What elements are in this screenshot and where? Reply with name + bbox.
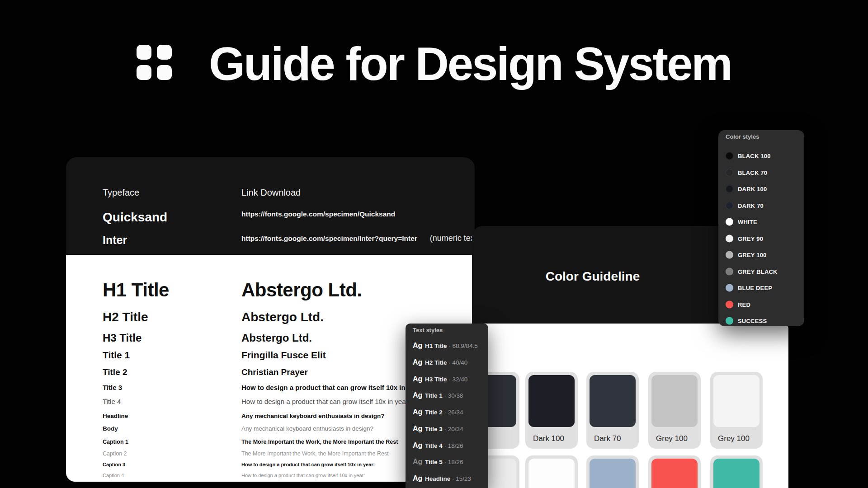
color-style-name: GREY 90: [738, 235, 763, 242]
type-style-label: H3 Title: [103, 332, 142, 344]
text-style-preview-glyph: Ag: [413, 342, 422, 350]
color-style-name: GREY 100: [738, 252, 767, 258]
type-style-label: Title 2: [103, 367, 127, 377]
type-style-label: Caption 1: [103, 439, 128, 445]
color-swatch-chip: [590, 375, 636, 427]
color-swatch-chip: [528, 459, 575, 488]
text-style-name-and-size: Title 5 · 18/26: [425, 459, 463, 465]
logo-square: [157, 45, 172, 60]
text-style-name-and-size: H2 Title · 40/40: [425, 359, 467, 366]
color-styles-panel-title: Color styles: [726, 133, 759, 140]
color-style-dot-icon: [726, 300, 733, 308]
color-styles-panel: Color styles BLACK 100 BLACK 70 DARK 100…: [718, 130, 804, 326]
type-style-sample: The More Important the Work, the More Im…: [241, 439, 398, 445]
type-style-sample: How to design a product that can grow it…: [241, 384, 424, 391]
text-styles-panel-title: Text styles: [413, 327, 443, 333]
type-style-sample: How to design a product that can grow it…: [241, 462, 375, 467]
text-style-name-and-size: H3 Title · 32/40: [425, 375, 467, 382]
color-style-dot-icon: [726, 251, 733, 259]
color-style-dot-icon: [726, 235, 733, 242]
color-swatch-chip: [713, 375, 760, 427]
color-guideline-swatch-card: Dark 100 Dark 70 Grey 100 Grey 100: [477, 324, 788, 488]
color-swatch-card: Grey 100: [710, 372, 763, 449]
type-style-label: Headline: [103, 413, 128, 419]
text-style-name-and-size: Title 2 · 26/34: [425, 409, 463, 416]
color-swatch-chip: [528, 375, 575, 427]
type-style-label: H2 Title: [103, 310, 148, 324]
color-style-name: BLACK 100: [738, 153, 771, 160]
text-style-preview-glyph: Ag: [413, 458, 422, 466]
color-swatch-card: Dark 100: [525, 372, 578, 449]
font-download-link[interactable]: https://fonts.google.com/specimen/Quicks…: [241, 210, 395, 218]
type-style-label: Body: [103, 425, 118, 432]
type-style-sample: Any mechanical keyboard enthusiasts in d…: [241, 425, 373, 432]
color-swatch-chip: [590, 459, 636, 488]
type-style-sample: How to design a product that can grow it…: [241, 473, 365, 478]
font-download-link[interactable]: https://fonts.google.com/specimen/Inter?…: [241, 235, 417, 243]
color-style-name: DARK 70: [738, 202, 764, 209]
text-styles-panel: Text styles Ag H1 Title · 68.9/84.5 Ag H…: [406, 324, 488, 488]
text-style-name-and-size: H1 Title · 68.9/84.5: [425, 343, 478, 349]
text-style-name-and-size: Title 3 · 20/34: [425, 425, 463, 432]
type-style-label: Caption 3: [103, 462, 125, 467]
text-style-name-and-size: Title 1 · 30/38: [425, 392, 463, 399]
color-swatch-card: [586, 455, 639, 488]
logo-square: [137, 65, 151, 80]
color-guideline-title: Color Guideline: [472, 269, 713, 284]
text-style-preview-glyph: Ag: [413, 441, 422, 450]
type-style-label: Title 3: [103, 384, 122, 391]
logo-square: [157, 65, 172, 80]
color-style-name: DARK 100: [738, 186, 767, 192]
type-style-label: Title 1: [103, 350, 130, 361]
text-style-preview-glyph: Ag: [413, 474, 422, 483]
type-style-label: Caption 2: [103, 450, 127, 457]
typeface-card: Typeface Link Download Quicksand https:/…: [66, 157, 475, 255]
type-style-sample: Christian Prayer: [241, 367, 308, 377]
color-style-name: RED: [738, 301, 750, 308]
color-swatch-chip: [651, 375, 698, 427]
color-swatch-card: [710, 455, 763, 488]
font-name: Quicksand: [103, 210, 167, 225]
color-swatch-label: Grey 100: [718, 434, 750, 443]
color-style-name: WHITE: [738, 219, 757, 225]
type-style-label: Title 4: [103, 398, 121, 405]
link-download-column-header: Link Download: [241, 188, 301, 198]
color-style-name: GREY BLACK: [738, 268, 778, 275]
color-style-dot-icon: [726, 152, 733, 160]
color-swatch-chip: [651, 459, 698, 488]
color-swatch-label: Grey 100: [656, 434, 688, 443]
type-style-label: H1 Title: [103, 279, 169, 301]
type-style-sample: Abstergo Ltd.: [241, 332, 312, 344]
color-swatch-chip: [713, 459, 760, 488]
type-style-sample: Abstergo Ltd.: [241, 279, 362, 301]
color-style-dot-icon: [726, 317, 733, 325]
color-style-dot-icon: [726, 202, 733, 209]
type-style-sample: How to design a product that can grow it…: [241, 398, 410, 405]
app-logo-grid-icon: [137, 45, 172, 80]
color-style-dot-icon: [726, 267, 733, 275]
text-style-preview-glyph: Ag: [413, 425, 422, 433]
type-style-sample: Any mechanical keyboard enthusiasts in d…: [241, 413, 385, 419]
color-swatch-card: Grey 100: [648, 372, 701, 449]
color-swatch-card: [648, 455, 701, 488]
type-style-sample: Fringilla Fusce Elit: [241, 350, 326, 361]
color-style-dot-icon: [726, 169, 733, 176]
type-style-sample: The More Important the Work, the More Im…: [241, 450, 389, 457]
color-style-dot-icon: [726, 185, 733, 193]
typeface-column-header: Typeface: [103, 188, 139, 198]
text-style-name-and-size: Headline · 15/23: [425, 475, 471, 482]
color-swatch-label: Dark 70: [594, 434, 621, 443]
type-style-sample: Abstergo Ltd.: [241, 310, 324, 324]
color-swatch-label: Dark 100: [533, 434, 564, 443]
text-style-preview-glyph: Ag: [413, 408, 422, 416]
color-swatch-card: Dark 70: [586, 372, 639, 449]
type-style-label: Caption 4: [103, 473, 124, 478]
text-style-preview-glyph: Ag: [413, 358, 422, 366]
text-style-preview-glyph: Ag: [413, 375, 422, 383]
color-style-dot-icon: [726, 218, 733, 226]
font-name: Inter: [103, 234, 127, 247]
color-style-name: BLACK 70: [738, 169, 767, 176]
logo-square: [137, 45, 151, 60]
color-swatch-card: [525, 455, 578, 488]
text-style-name-and-size: Title 4 · 18/26: [425, 442, 463, 449]
